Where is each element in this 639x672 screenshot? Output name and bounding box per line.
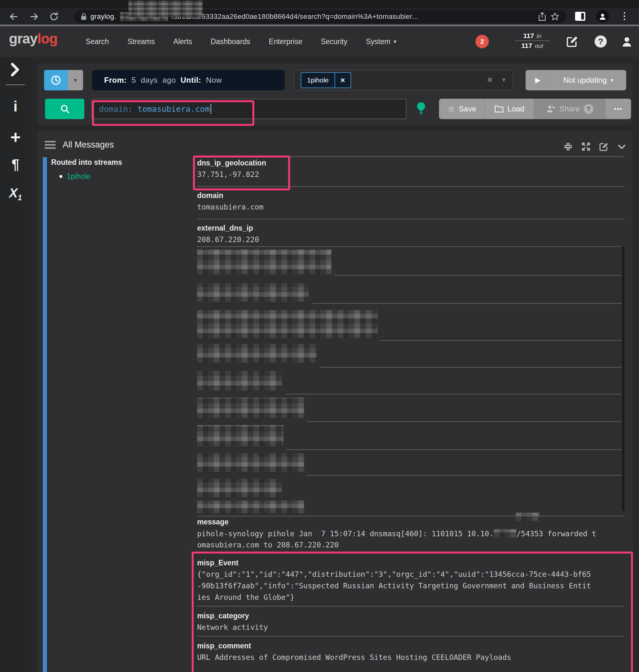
search-actions-group: ☆ Save Load Share ? ••• [439, 99, 631, 119]
drag-handle-icon[interactable] [45, 139, 56, 150]
timerange-display[interactable]: From: 5 days ago Until: Now [92, 70, 285, 91]
routed-streams-heading: Routed into streams [51, 158, 122, 167]
sidebar-divider [6, 84, 25, 85]
nav-item-search[interactable]: Search [85, 37, 109, 46]
redacted-block [197, 479, 282, 497]
redacted-block [197, 500, 304, 513]
sidebar-add-button[interactable]: + [0, 127, 31, 147]
field-divider [312, 303, 624, 304]
expand-widget-button[interactable] [580, 140, 592, 153]
bullet-icon [59, 175, 62, 178]
field-value: {"org_id":"1","id":"447","distribution":… [197, 570, 591, 578]
throughput-indicator[interactable]: 117in 117out [513, 31, 551, 50]
nav-item-streams[interactable]: Streams [127, 37, 155, 46]
browser-forward-button[interactable] [28, 11, 40, 23]
sidebar-info-button[interactable]: i [0, 98, 31, 115]
search-icon [60, 104, 70, 114]
left-sidebar: i + ¶ X1 [0, 57, 31, 672]
clear-select-icon[interactable]: ✕ [487, 76, 493, 84]
url-host: graylog. [90, 13, 116, 21]
field-name[interactable]: domain [197, 191, 223, 200]
timerange-button[interactable] [44, 70, 68, 91]
redacted-block [516, 513, 540, 521]
field-divider [197, 219, 624, 220]
nav-item-enterprise[interactable]: Enterprise [269, 37, 302, 46]
edit-pencil-button[interactable] [564, 34, 580, 49]
stream-chip[interactable]: 1pihole ✕ [301, 72, 351, 88]
play-icon[interactable]: ▶ [526, 74, 550, 86]
field-divider [285, 394, 624, 395]
stream-link[interactable]: 1pihole [67, 172, 90, 180]
sidebar-variable-button[interactable]: X1 [0, 186, 31, 202]
graylog-logo[interactable]: graylog [9, 31, 58, 47]
nav-item-security[interactable]: Security [321, 37, 347, 46]
browser-reload-button[interactable] [48, 11, 60, 23]
reload-icon [49, 12, 59, 21]
field-name[interactable]: external_dns_ip [197, 224, 253, 233]
notification-badge[interactable]: 2 [476, 35, 489, 48]
nav-menu: Search Streams Alerts Dashboards Enterpr… [85, 26, 396, 57]
nav-item-alerts[interactable]: Alerts [173, 37, 192, 46]
collapse-widget-button[interactable] [615, 140, 628, 153]
redacted-block [197, 344, 317, 363]
timerange-dropdown-button[interactable]: ▾ [68, 70, 83, 91]
browser-tab-strip [0, 0, 639, 8]
help-icon: ? [595, 35, 607, 48]
user-icon [621, 35, 633, 48]
select-caret-icon[interactable]: ▼ [501, 77, 506, 83]
browser-profile-avatar[interactable] [596, 10, 609, 23]
edit-icon [566, 35, 578, 48]
redacted-block [197, 425, 283, 446]
caret-down-icon: ▾ [611, 77, 613, 84]
message-accent-bar [43, 157, 47, 672]
field-name[interactable]: message [197, 518, 229, 526]
refresh-controls-button[interactable]: ▶ Not updating ▾ [526, 70, 626, 91]
field-name[interactable]: misp_Event [197, 559, 238, 567]
browser-menu-icon[interactable] [621, 9, 627, 23]
folder-icon [495, 105, 503, 113]
field-value: pihole-synology pihole Jan 7 15:07:14 dn… [197, 529, 596, 538]
field-divider [197, 186, 624, 187]
search-submit-button[interactable] [45, 99, 84, 119]
load-button[interactable]: Load [485, 99, 534, 119]
more-actions-button[interactable]: ••• [605, 99, 631, 119]
field-divider [197, 606, 624, 607]
field-value: tomasubiera.com [197, 203, 264, 211]
focus-widget-button[interactable] [562, 140, 575, 153]
side-panel-icon[interactable] [575, 12, 585, 21]
save-button[interactable]: ☆ Save [439, 99, 485, 119]
field-divider [197, 636, 624, 637]
field-divider [286, 449, 624, 450]
field-name[interactable]: dns_ip_geolocation [197, 159, 266, 167]
chevron-down-icon [617, 142, 627, 152]
widget-title: All Messages [63, 140, 114, 150]
stream-select[interactable]: 1pihole ✕ ✕ ▼ [294, 70, 513, 91]
browser-back-button[interactable] [8, 11, 20, 23]
user-menu-button[interactable] [619, 34, 635, 49]
field-value: omasubiera.com to 208.67.220.220 [197, 541, 339, 549]
field-divider [307, 421, 624, 422]
graylog-navbar: graylog Search Streams Alerts Dashboards… [0, 26, 639, 57]
sidebar-expand-button[interactable] [10, 63, 20, 77]
search-query-input[interactable]: domain: tomasubiera.com [91, 99, 406, 119]
lock-icon [81, 13, 87, 20]
sidebar-formatting-button[interactable]: ¶ [0, 157, 31, 173]
bookmark-star-icon[interactable] [550, 12, 560, 21]
vertical-scrollbar[interactable] [622, 246, 625, 511]
field-name[interactable]: misp_category [197, 612, 249, 620]
share-page-icon[interactable] [538, 12, 546, 21]
text-cursor [211, 104, 211, 114]
stream-chip-remove-icon[interactable]: ✕ [335, 73, 350, 87]
field-divider [284, 156, 624, 157]
edit-widget-button[interactable] [597, 140, 610, 153]
share-button[interactable]: Share ? [534, 99, 605, 119]
forward-arrow-icon [29, 12, 39, 21]
help-button[interactable]: ? [593, 34, 608, 49]
compress-icon [563, 142, 573, 152]
query-help-button[interactable] [415, 101, 427, 115]
field-name[interactable]: misp_comment [197, 642, 251, 650]
nav-item-dashboards[interactable]: Dashboards [211, 37, 250, 46]
lightbulb-icon [415, 101, 427, 115]
nav-item-system[interactable]: System▾ [366, 37, 396, 46]
field-divider [197, 552, 624, 553]
